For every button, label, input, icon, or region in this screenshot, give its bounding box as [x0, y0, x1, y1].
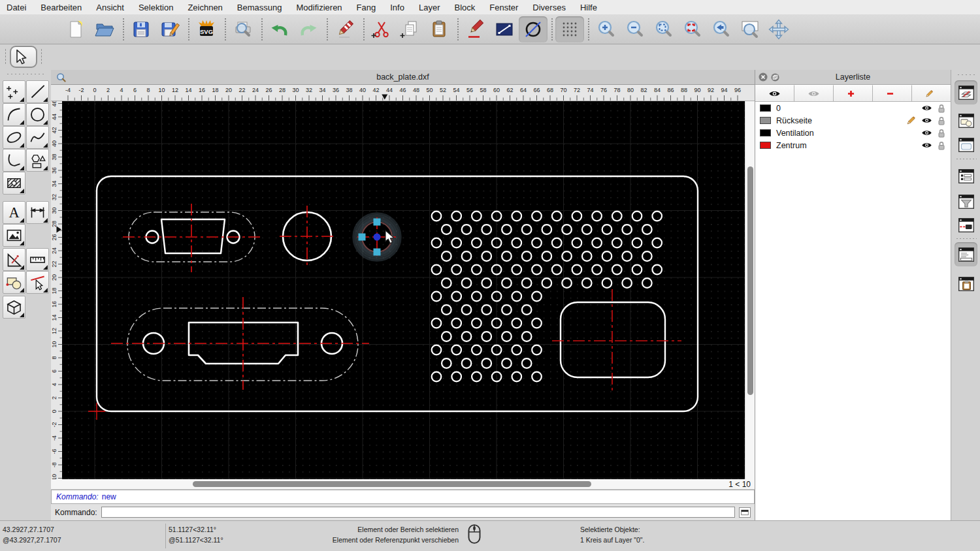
zoom-previous-button[interactable] — [707, 16, 736, 42]
horizontal-scrollbar-thumb[interactable] — [193, 481, 591, 487]
selection-filter-panel-button[interactable] — [955, 189, 977, 213]
measure-tools-button[interactable] — [26, 248, 49, 271]
svg-text:0: 0 — [51, 409, 57, 413]
layer-row-0[interactable]: 0 — [755, 102, 951, 114]
solid-tools-button[interactable] — [3, 296, 25, 319]
spline-tools-button[interactable] — [26, 126, 49, 149]
hatch-tools-button[interactable] — [3, 172, 25, 195]
zoom-auto-button[interactable] — [649, 16, 678, 42]
undo-button[interactable] — [265, 16, 294, 42]
svg-text:30: 30 — [292, 87, 299, 93]
selection-tool-button[interactable] — [10, 46, 37, 68]
line-tools-button[interactable] — [26, 80, 49, 103]
circle-tools-button[interactable] — [26, 103, 49, 126]
command-input[interactable] — [101, 507, 735, 518]
toolbar-drag-handle[interactable] — [5, 48, 7, 65]
layer-lock-icon[interactable] — [938, 129, 945, 138]
redo-button[interactable] — [294, 16, 323, 42]
menu-zeichnen[interactable]: Zeichnen — [188, 3, 222, 12]
command-panel-toggle-button[interactable] — [739, 507, 751, 518]
delete-button[interactable] — [331, 16, 359, 42]
layer-row-zentrum[interactable]: Zentrum — [755, 139, 951, 151]
layer-visibility-eye-icon[interactable] — [921, 104, 932, 112]
svg-export-button[interactable]: SVG — [192, 16, 221, 42]
menu-ansicht[interactable]: Ansicht — [96, 3, 124, 12]
menu-bemassung[interactable]: Bemassung — [237, 3, 282, 12]
pan-button[interactable] — [764, 16, 793, 42]
layer-row-rückseite[interactable]: Rückseite — [755, 114, 951, 127]
arc-tools-button[interactable] — [3, 103, 25, 126]
command-history-label: Kommando: — [56, 492, 99, 501]
svg-text:90: 90 — [694, 87, 700, 93]
ellipse-tools-button[interactable] — [3, 126, 25, 149]
open-file-button[interactable] — [90, 16, 119, 42]
construction-tools-button[interactable] — [3, 248, 25, 271]
pan-icon — [768, 19, 789, 40]
horizontal-scrollbar[interactable] — [62, 479, 725, 490]
menu-fang[interactable]: Fang — [357, 3, 376, 12]
point-tools-button[interactable] — [3, 80, 25, 103]
drawing-canvas[interactable] — [62, 101, 745, 479]
hide-all-layers-button[interactable] — [794, 85, 834, 101]
layer-visibility-eye-icon[interactable] — [921, 129, 932, 136]
menu-fenster[interactable]: Fenster — [489, 3, 518, 12]
cut-button[interactable] — [367, 16, 396, 42]
zoom-selection-button[interactable] — [678, 16, 707, 42]
layer-lock-icon[interactable] — [938, 104, 945, 113]
menu-diverses[interactable]: Diverses — [532, 3, 566, 12]
line-tool-icon — [494, 19, 515, 40]
remove-layer-button[interactable] — [873, 85, 912, 101]
menu-datei[interactable]: Datei — [7, 3, 26, 12]
polar-coordinate-display: 51.1127<32.11° @51.1127<32.11° — [169, 524, 223, 545]
dimension-tools-button[interactable] — [26, 201, 49, 224]
command-line-panel-button[interactable] — [955, 242, 977, 266]
layer-list-panel-button[interactable] — [955, 80, 977, 104]
save-file-button[interactable] — [127, 16, 155, 42]
clipboard-panel-button[interactable] — [955, 272, 977, 296]
zoom-window-button[interactable] — [736, 16, 764, 42]
menu-modifizieren[interactable]: Modifizieren — [297, 3, 342, 12]
show-all-layers-button[interactable] — [755, 85, 794, 101]
laser-pointer-panel-button[interactable] — [955, 213, 977, 237]
zoom-out-button[interactable] — [621, 16, 649, 42]
menu-layer[interactable]: Layer — [419, 3, 440, 12]
draw-button[interactable] — [461, 16, 490, 42]
library-browser-panel-button[interactable] — [955, 133, 977, 157]
copy-button[interactable] — [396, 16, 425, 42]
circle-tools-button[interactable] — [519, 16, 547, 42]
menu-hilfe[interactable]: Hilfe — [580, 3, 597, 12]
vertical-scrollbar-thumb[interactable] — [747, 166, 753, 395]
menu-selektion[interactable]: Selektion — [139, 3, 173, 12]
palette-drag-handle[interactable] — [6, 73, 45, 75]
text-tools-button[interactable]: A — [3, 201, 25, 224]
svg-text:34: 34 — [319, 87, 325, 93]
layer-lock-icon[interactable] — [938, 116, 945, 125]
image-tool-button[interactable] — [3, 224, 25, 247]
shape-tools-button[interactable] — [26, 149, 49, 172]
modify-tools-button[interactable] — [3, 271, 25, 294]
layer-lock-icon[interactable] — [938, 141, 945, 150]
add-layer-button[interactable] — [834, 85, 873, 101]
menu-bearbeiten[interactable]: Bearbeiten — [41, 3, 82, 12]
dock-drag-handle[interactable] — [956, 74, 976, 76]
layer-row-ventilation[interactable]: Ventilation — [755, 127, 951, 139]
print-preview-button[interactable] — [229, 16, 257, 42]
paste-button[interactable] — [425, 16, 453, 42]
trim-tools-button[interactable] — [26, 271, 49, 294]
new-file-button[interactable] — [61, 16, 90, 42]
vertical-scrollbar[interactable] — [745, 101, 755, 479]
toolbar-drag-handle[interactable] — [41, 48, 42, 65]
zoom-in-button[interactable] — [592, 16, 621, 42]
block-list-panel-button[interactable] — [955, 108, 977, 133]
save-file-as-button[interactable] — [155, 16, 184, 42]
polyline-tools-button[interactable] — [3, 149, 25, 172]
line-shapes-button[interactable] — [490, 16, 519, 42]
grid-toggle-button[interactable] — [555, 16, 584, 42]
property-editor-panel-button[interactable] — [955, 164, 977, 188]
layer-visibility-eye-icon[interactable] — [921, 142, 932, 149]
edit-layer-button[interactable] — [912, 85, 951, 101]
svg-text:24: 24 — [51, 247, 57, 254]
menu-block[interactable]: Block — [454, 3, 475, 12]
menu-info[interactable]: Info — [390, 3, 404, 12]
layer-visibility-eye-icon[interactable] — [921, 117, 932, 124]
